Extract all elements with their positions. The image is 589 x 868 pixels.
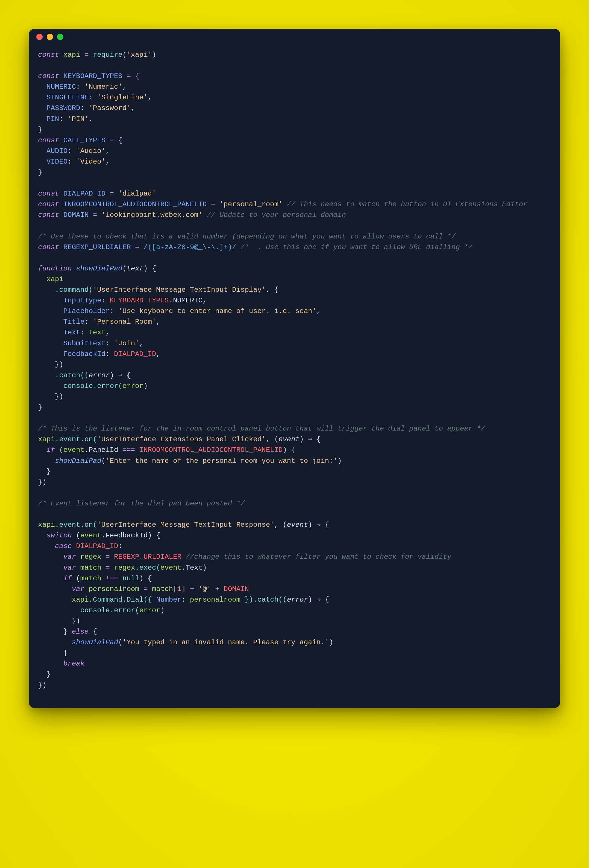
op-eq: = [131,244,144,251]
keyword-case: case [55,542,72,550]
val-dialpad: 'dialpad' [118,190,156,198]
paren: ( [118,638,123,646]
param-error: error [287,596,308,604]
def-call-types: CALL_TYPES [64,136,105,144]
paren: ) [337,457,342,465]
keyword-const: const [38,190,59,198]
str-panel-clicked: 'UserInterface Extensions Panel Clicked' [97,435,266,443]
colon: : [118,542,123,550]
val-placeholder: 'Use keyboard to enter name of user. i.e… [118,307,317,315]
ident-xapi: xapi [64,51,80,59]
window-close-dot[interactable] [36,34,43,40]
ident-regex: regex [114,564,135,572]
ident-text: text [89,329,106,337]
key-submittext: SubmitText [64,340,105,347]
keyword-const: const [38,201,59,208]
val-submittext: 'Join' [114,340,139,347]
op-eqeq: === [123,446,135,454]
key-placeholder: Placeholder [64,307,110,315]
key-feedbackid: FeedbackId [64,350,105,358]
keyword-else: else [72,628,89,636]
paren-brace: ) { [139,574,152,582]
brace: { [312,435,321,443]
op-plus: + [190,585,194,593]
key-numeric: NUMERIC [46,83,76,91]
param-text: text [126,265,144,272]
val-password: 'Password' [89,104,131,112]
ident-personalroom: personalroom [190,596,241,604]
window-titlebar [29,29,560,45]
keyword-var: var [64,553,76,561]
keyword-function: function [38,265,72,272]
brace: { [89,628,97,636]
brace: { [321,596,329,604]
ident-event: event [160,564,182,572]
ident-regex: regex [80,553,101,561]
bracket: [ [173,585,177,593]
dot-feedbackid: .FeedbackId) { [101,531,160,539]
comment-event-listener: /* Event listener for the dial pad been … [38,500,245,508]
def-regex: REGEXP_URLDIALER [64,244,131,251]
ident-xapi: xapi [38,521,55,529]
window-minimize-dot[interactable] [47,34,53,40]
keyword-const: const [38,244,59,251]
method-error: .error( [110,607,139,614]
str-invalid: 'You typed in an invalid name. Please tr… [123,638,329,646]
val-domain: 'lookingpoint.webex.com' [101,211,203,219]
op-eq: = [207,201,219,208]
ident-event: event [64,446,84,454]
def-panelid: INROOMCONTROL_AUDIOCONTROL_PANELID [64,201,207,208]
paren: ) [160,607,165,614]
method-event-on: .event.on( [55,521,97,529]
code-block: const xapi = require('xapi') const KEYBO… [29,45,560,708]
paren: ) [300,435,308,443]
method-event-on: .event.on( [55,435,97,443]
paren: ) [144,382,148,390]
paren: ( [123,265,127,272]
brace-close: } [38,126,42,134]
val-numeric: 'Numeric' [84,83,123,91]
str-at: '@' [194,585,215,593]
ident-console: console [64,382,93,390]
val-video: 'Video' [76,158,105,165]
val-singleline: 'SingleLine' [97,94,148,101]
arrow: ⇒ [317,596,321,604]
param-error: error [89,372,110,379]
paren: ) [329,638,333,646]
brace-paren-close: }) [72,617,80,625]
keyword-const: const [38,51,59,59]
brace-paren-close: }) [55,361,64,369]
arrow: ⇒ [308,435,312,443]
key-audio: AUDIO [46,147,67,155]
str-enter-name: 'Enter the name of the personal room you… [105,457,337,465]
ident-match: match [152,585,173,593]
brace-close: } [38,403,42,411]
brace-paren-close: }) [55,393,64,401]
keyword-if: if [64,574,72,582]
paren: ( [72,574,80,582]
brace-close: } [46,468,51,475]
method-command: .command( [55,286,93,294]
key-video: VIDEO [46,158,67,165]
key-singleline: SINGLELINE [46,94,89,101]
dot-numeric: .NUMERIC, [169,297,207,304]
str-xapi: 'xapi' [126,51,152,59]
op-eq: = [101,553,114,561]
method-error: .error( [93,382,122,390]
brace-close: } [46,670,51,678]
method-catch: .catch(( [55,372,89,379]
method-exec: .exec( [135,564,160,572]
paren: ( [123,51,127,59]
op-eq: = [89,211,101,219]
window-zoom-dot[interactable] [57,34,64,40]
op-eq: = [101,564,114,572]
op-eq-brace: = { [105,136,123,144]
brace-close: } [64,628,68,636]
brace-paren-close: }) [38,478,46,486]
comment-panelid: // This needs to match the button in UI … [283,201,527,208]
comment-domain: // Update to your personal domain [203,211,346,219]
code-window: const xapi = require('xapi') const KEYBO… [29,29,560,708]
brace-close: } [64,649,68,657]
ident-error: error [139,607,160,614]
ident-xapi: xapi [72,596,89,604]
